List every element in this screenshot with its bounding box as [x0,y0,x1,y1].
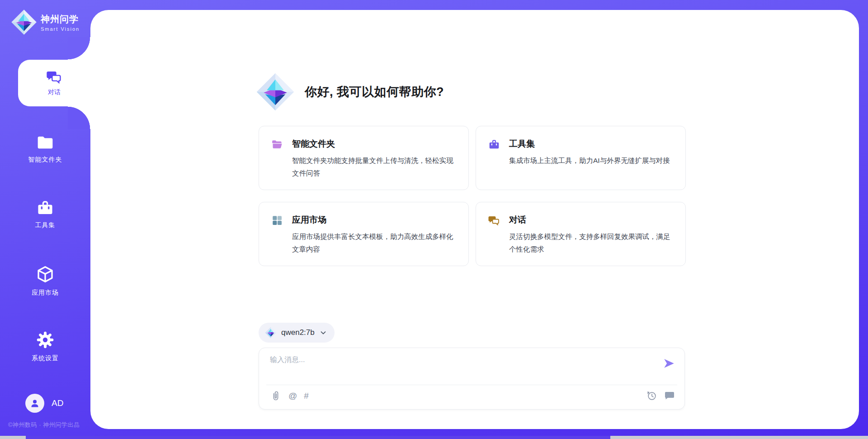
composer-divider [266,385,677,385]
message-composer: @ # [259,348,685,410]
brand-subtitle: Smart Vision [41,26,80,32]
history-button[interactable] [646,390,657,402]
composer-tools-right [646,390,675,402]
greeting: 你好, 我可以如何帮助你? [256,72,444,111]
send-icon [663,357,675,370]
sidebar-item-label: 智能文件夹 [28,156,62,164]
card-title: 智能文件夹 [292,138,459,150]
card-smart-folder[interactable]: 智能文件夹 智能文件夹功能支持批量文件上传与清洗，轻松实现文件问答 [259,126,469,190]
sidebar-item-settings[interactable]: 系统设置 [0,331,90,363]
sidebar-item-label: 应用市场 [32,289,59,297]
active-tab-bottom-fillet [68,106,90,129]
card-description: 应用市场提供丰富长文本模板，助力高效生成多样化文章内容 [292,230,459,256]
message-input[interactable] [270,355,650,382]
person-icon [29,398,40,409]
card-body: 对话 灵活切换多模型文件，支持多样回复效果调试，满足个性化需求 [509,214,676,256]
sidebar-item-toolset[interactable]: 工具集 [0,200,90,229]
chat-icon [46,70,62,84]
active-tab-top-fillet [68,37,90,60]
assistant-gem-icon [256,72,295,111]
card-description: 灵活切换多模型文件，支持多样回复效果调试，满足个性化需求 [509,230,676,256]
folder-open-icon [271,138,283,150]
card-body: 智能文件夹 智能文件夹功能支持批量文件上传与清洗，轻松实现文件问答 [292,138,459,180]
horizontal-scrollbar-track[interactable] [0,436,868,439]
toolbox-icon [488,138,500,150]
card-title: 应用市场 [292,214,459,226]
sidebar-item-label: 对话 [48,88,61,96]
mention-button[interactable]: @ [288,390,297,402]
model-gem-icon [265,327,277,339]
folder-icon [36,134,54,150]
model-name: qwen2:7b [281,328,315,337]
composer-tools-left: @ # [270,390,309,402]
chat-icon [488,215,500,226]
grid-icon [271,215,283,226]
card-body: 应用市场 应用市场提供丰富长文本模板，助力高效生成多样化文章内容 [292,214,459,256]
card-title: 工具集 [509,138,670,150]
card-chat[interactable]: 对话 灵活切换多模型文件，支持多样回复效果调试，满足个性化需求 [476,202,686,266]
brand-gem-icon [11,9,37,35]
user-initials: AD [52,398,63,408]
copyright-text: ©神州数码 · 神州问学出品 [8,421,80,429]
card-toolset[interactable]: 工具集 集成市场上主流工具，助力AI与外界无缝扩展与对接 [476,126,686,190]
card-description: 集成市场上主流工具，助力AI与外界无缝扩展与对接 [509,154,670,167]
card-body: 工具集 集成市场上主流工具，助力AI与外界无缝扩展与对接 [509,138,670,180]
sidebar-item-label: 系统设置 [32,354,59,363]
feature-cards: 智能文件夹 智能文件夹功能支持批量文件上传与清洗，轻松实现文件问答 工具集 集成… [259,126,686,266]
sidebar: 神州问学 Smart Vision 对话 智能文件夹 工具集 [0,0,90,439]
chevron-down-icon [319,329,327,337]
sidebar-item-smart-folder[interactable]: 智能文件夹 [0,134,90,164]
send-button[interactable] [663,357,675,370]
card-description: 智能文件夹功能支持批量文件上传与清洗，轻松实现文件问答 [292,154,459,180]
horizontal-scrollbar-thumb[interactable] [26,436,610,439]
topic-button[interactable]: # [304,390,309,402]
card-title: 对话 [509,214,676,226]
sidebar-item-chat[interactable]: 对话 [18,60,90,106]
attach-file-button[interactable] [270,390,282,402]
model-selector[interactable]: qwen2:7b [259,323,335,343]
cube-icon [36,265,54,283]
user-account[interactable]: AD [25,394,63,413]
paperclip-icon [271,390,281,402]
sidebar-item-label: 工具集 [35,221,56,229]
brand-logo: 神州问学 Smart Vision [11,9,80,35]
toolbox-icon [36,200,54,216]
gear-icon [36,331,54,349]
avatar [25,394,44,413]
card-app-market[interactable]: 应用市场 应用市场提供丰富长文本模板，助力高效生成多样化文章内容 [259,202,469,266]
main-content-panel: 你好, 我可以如何帮助你? 智能文件夹 智能文件夹功能支持批量文件上传与清洗，轻… [90,10,859,429]
greeting-title: 你好, 我可以如何帮助你? [305,84,444,100]
history-icon [646,390,657,401]
speech-bubble-icon [664,390,675,401]
sidebar-item-app-market[interactable]: 应用市场 [0,265,90,297]
brand-name: 神州问学 [41,13,80,25]
feedback-button[interactable] [664,390,675,402]
